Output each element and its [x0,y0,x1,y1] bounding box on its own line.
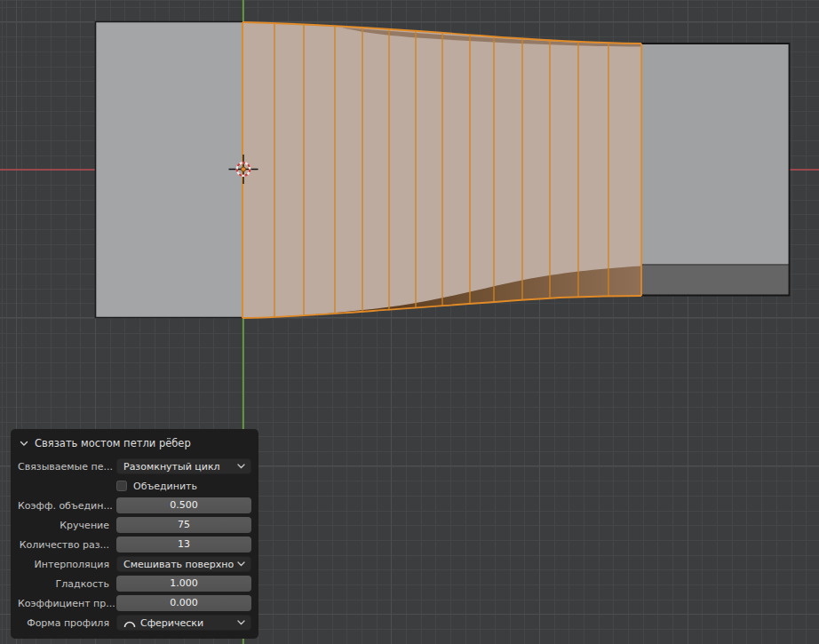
chevron-down-icon [237,620,245,625]
merge-checkbox[interactable] [116,481,127,491]
profile-factor-label: Коэффициент пр... [18,598,116,609]
operator-panel-bridge-edge-loops: Связать мостом петли рёбер Связываемые п… [11,429,258,639]
interpolation-dropdown[interactable]: Смешивать поверхнос... [116,556,251,572]
row-number-of-cuts: Количество раз... 13 [18,535,251,554]
origin-point [241,167,245,171]
chevron-down-icon [237,464,245,469]
profile-shape-label: Форма профиля [18,617,116,629]
row-twist: Кручение 75 [18,515,251,535]
row-merge-factor: Коэфф. объедин... 0.500 [18,496,251,515]
mesh-left-block[interactable] [96,22,243,318]
chevron-down-icon [237,561,245,567]
profile-factor-field[interactable]: 0.000 [116,595,251,611]
row-profile-shape: Форма профиля Сферически [18,613,251,632]
profile-shape-dropdown[interactable]: Сферически [116,615,251,631]
row-interpolation: Интерполяция Смешивать поверхнос... [18,554,251,574]
number-of-cuts-field[interactable]: 13 [116,537,251,553]
interpolation-label: Интерполяция [18,559,116,570]
panel-collapse-chevron-icon[interactable] [20,441,28,447]
mesh-bridge-selected-faces[interactable] [243,22,641,318]
twist-label: Кручение [18,520,116,531]
merge-factor-field[interactable]: 0.500 [116,497,251,513]
mesh-right-block[interactable] [641,44,790,296]
row-smoothness: Гладкость 1.000 [18,574,251,593]
smoothness-field[interactable]: 1.000 [116,576,251,592]
operator-panel-header[interactable]: Связать мостом петли рёбер [11,429,258,455]
row-merge: Объединить [18,476,251,496]
blender-3d-viewport[interactable]: Связать мостом петли рёбер Связываемые п… [0,0,819,644]
merge-factor-label: Коэфф. объедин... [18,500,116,512]
smoothness-label: Гладкость [18,578,116,590]
profile-arc-icon [123,618,136,628]
connect-loops-label: Связываемые пе... [18,461,116,473]
number-of-cuts-label: Количество раз... [18,539,116,551]
panel-title: Связать мостом петли рёбер [35,437,191,449]
connect-loops-dropdown[interactable]: Разомкнутый цикл [116,458,251,474]
row-connect-loops: Связываемые пе... Разомкнутый цикл [18,457,251,476]
twist-field[interactable]: 75 [116,517,251,533]
merge-checkbox-label[interactable]: Объединить [133,481,197,492]
row-profile-factor: Коэффициент пр... 0.000 [18,593,251,613]
